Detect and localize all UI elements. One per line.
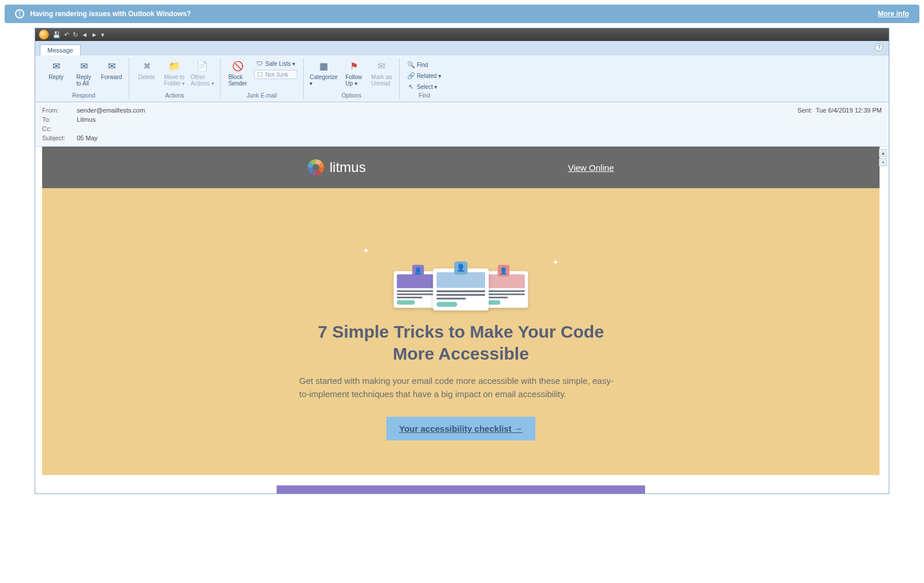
next-icon[interactable]: ► bbox=[91, 31, 98, 39]
tab-message[interactable]: Message bbox=[40, 44, 81, 55]
other-label: Other Actions ▾ bbox=[191, 74, 214, 87]
page-icon: 📄 bbox=[195, 59, 209, 73]
cc-key: Cc: bbox=[42, 125, 77, 132]
block-sender-button[interactable]: 🚫 Block Sender bbox=[226, 59, 249, 87]
forward-icon: ✉ bbox=[105, 59, 118, 73]
reply-button[interactable]: ✉ Reply bbox=[44, 59, 68, 80]
forward-label: Forward bbox=[101, 74, 122, 80]
reply-label: Reply bbox=[49, 74, 64, 80]
folder-icon: 📁 bbox=[167, 59, 181, 73]
group-find: 🔍 Find 🔗 Related ▾ ↖ Select ▾ Find bbox=[400, 58, 449, 99]
outlook-window: 💾 ↶ ↻ ◄ ► ▾ Message ? ✉ Reply ✉ Reply to… bbox=[35, 28, 889, 494]
email-title: 7 Simple Tricks to Make Your Code More A… bbox=[305, 321, 617, 364]
ribbon-tabs: Message ? bbox=[35, 41, 889, 55]
undo-icon[interactable]: ↶ bbox=[64, 31, 69, 39]
info-icon: ! bbox=[15, 9, 24, 18]
reply-all-label: Reply to All bbox=[76, 74, 91, 87]
delete-label: Delete bbox=[139, 74, 155, 80]
binoculars-icon: 🔍 bbox=[408, 61, 415, 68]
group-junk: 🚫 Block Sender 🛡 Safe Lists ▾ ☐ Not Junk… bbox=[221, 58, 304, 99]
group-options: ▦ Categorize ▾ ⚑ Follow Up ▾ ✉ Mark as U… bbox=[304, 58, 399, 99]
move-label: Move to Folder ▾ bbox=[164, 74, 185, 87]
reply-icon: ✉ bbox=[49, 59, 63, 73]
view-online-link[interactable]: View Online bbox=[568, 163, 614, 173]
delete-button[interactable]: ✖ Delete bbox=[135, 59, 158, 80]
qat-dropdown-icon[interactable]: ▾ bbox=[101, 31, 105, 39]
subject-value: 05 May bbox=[77, 134, 98, 141]
scrollbar[interactable]: ▴ ▪ bbox=[879, 149, 887, 166]
group-actions: ✖ Delete 📁 Move to Folder ▾ 📄 Other Acti… bbox=[129, 58, 221, 99]
scroll-handle[interactable]: ▪ bbox=[879, 158, 887, 166]
email-subtitle: Get started with making your email code … bbox=[299, 375, 623, 401]
profile-avatar[interactable] bbox=[39, 29, 49, 40]
ribbon: ✉ Reply ✉ Reply to All ✉ Forward Respond… bbox=[35, 55, 889, 102]
categorize-icon: ▦ bbox=[316, 59, 330, 73]
find-label: Find bbox=[417, 62, 428, 68]
email-content: ✦ 👤 👤 👤 bbox=[42, 188, 880, 475]
person-icon: 👤 bbox=[454, 261, 467, 275]
block-label: Block Sender bbox=[228, 74, 247, 87]
other-actions-button[interactable]: 📄 Other Actions ▾ bbox=[191, 59, 214, 87]
help-icon[interactable]: ? bbox=[875, 43, 883, 51]
cta-button[interactable]: Your accessibility checklist → bbox=[386, 417, 535, 440]
scroll-up-icon[interactable]: ▴ bbox=[879, 149, 887, 157]
categorize-label: Categorize ▾ bbox=[310, 74, 337, 87]
group-options-label: Options bbox=[304, 92, 398, 99]
more-info-link[interactable]: More info bbox=[878, 10, 909, 18]
from-key: From: bbox=[42, 107, 77, 114]
person-icon: 👤 bbox=[412, 265, 424, 276]
sent-key: Sent: bbox=[798, 107, 813, 114]
not-junk-button[interactable]: ☐ Not Junk bbox=[254, 70, 298, 79]
follow-up-button[interactable]: ⚑ Follow Up ▾ bbox=[342, 59, 366, 87]
mark-unread-label: Mark as Unread bbox=[371, 74, 392, 87]
banner-message: Having rendering issues with Outlook Win… bbox=[30, 10, 191, 18]
shield-icon: 🛡 bbox=[256, 60, 263, 67]
not-junk-icon: ☐ bbox=[256, 71, 263, 78]
find-button[interactable]: 🔍 Find bbox=[405, 60, 444, 69]
to-value: Litmus bbox=[77, 116, 95, 123]
from-value: sender@emailtests.com bbox=[77, 107, 145, 114]
sparkle-icon: ✦ bbox=[552, 257, 559, 267]
litmus-logo: litmus bbox=[308, 159, 366, 175]
sparkle-icon: ✦ bbox=[363, 246, 370, 255]
reply-all-icon: ✉ bbox=[77, 59, 91, 73]
group-find-label: Find bbox=[400, 92, 449, 99]
cursor-icon: ↖ bbox=[408, 83, 415, 90]
select-button[interactable]: ↖ Select ▾ bbox=[405, 82, 444, 91]
mark-unread-button[interactable]: ✉ Mark as Unread bbox=[370, 59, 393, 87]
sent-value: Tue 6/4/2019 12:39 PM bbox=[815, 107, 882, 114]
delete-icon: ✖ bbox=[140, 59, 154, 73]
title-bar: 💾 ↶ ↻ ◄ ► ▾ bbox=[35, 28, 889, 41]
illus-card-mid: 👤 bbox=[433, 268, 489, 310]
safe-lists-label: Safe Lists ▾ bbox=[266, 61, 296, 67]
not-junk-label: Not Junk bbox=[266, 72, 288, 78]
message-body: ▴ ▪ litmus View Online ✦ 👤 bbox=[35, 147, 889, 494]
redo-icon[interactable]: ↻ bbox=[73, 31, 78, 39]
message-headers: From: sender@emailtests.com Sent: Tue 6/… bbox=[35, 102, 889, 147]
person-icon: 👤 bbox=[498, 265, 509, 276]
notification-banner: ! Having rendering issues with Outlook W… bbox=[5, 5, 919, 23]
related-label: Related ▾ bbox=[417, 73, 441, 79]
group-actions-label: Actions bbox=[129, 92, 220, 99]
group-respond-label: Respond bbox=[39, 92, 129, 99]
related-icon: 🔗 bbox=[408, 72, 415, 79]
envelope-icon: ✉ bbox=[375, 59, 389, 73]
prev-icon[interactable]: ◄ bbox=[81, 31, 88, 39]
select-label: Select ▾ bbox=[417, 84, 438, 90]
email-header: litmus View Online bbox=[42, 147, 880, 188]
subject-key: Subject: bbox=[42, 134, 77, 141]
save-icon[interactable]: 💾 bbox=[53, 31, 61, 39]
move-to-folder-button[interactable]: 📁 Move to Folder ▾ bbox=[163, 59, 186, 87]
group-junk-label: Junk E-mail bbox=[221, 92, 304, 99]
to-key: To: bbox=[42, 116, 77, 123]
divider bbox=[277, 485, 645, 494]
safe-lists-button[interactable]: 🛡 Safe Lists ▾ bbox=[254, 59, 298, 68]
follow-up-label: Follow Up ▾ bbox=[345, 74, 362, 87]
hero-illustration: ✦ 👤 👤 👤 bbox=[123, 211, 799, 309]
forward-button[interactable]: ✉ Forward bbox=[100, 59, 123, 80]
quick-access-toolbar: 💾 ↶ ↻ ◄ ► ▾ bbox=[53, 31, 105, 39]
logo-wheel-icon bbox=[308, 159, 324, 175]
reply-all-button[interactable]: ✉ Reply to All bbox=[72, 59, 95, 87]
categorize-button[interactable]: ▦ Categorize ▾ bbox=[310, 59, 337, 87]
related-button[interactable]: 🔗 Related ▾ bbox=[405, 71, 444, 80]
